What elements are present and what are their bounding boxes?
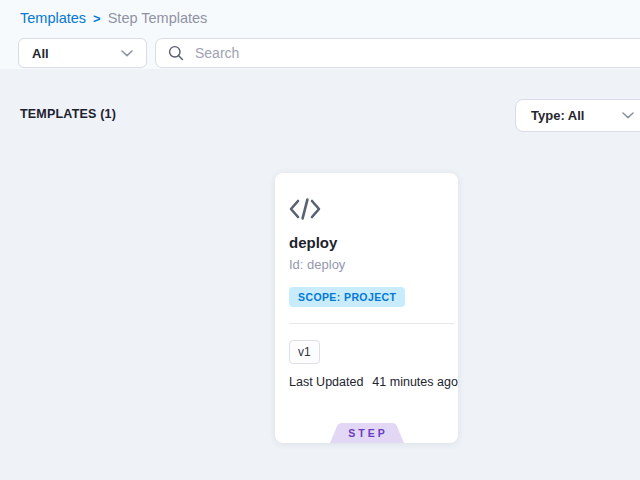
search-box[interactable] [155,38,640,68]
code-icon [289,198,321,220]
breadcrumb-separator-icon: > [93,11,101,26]
chevron-down-icon [121,50,133,57]
breadcrumb-link-templates[interactable]: Templates [20,10,86,26]
breadcrumb: Templates > Step Templates [20,10,207,26]
search-icon [168,45,184,61]
card-divider [289,323,454,324]
template-type-badge-label: STEP [330,427,404,439]
breadcrumb-current: Step Templates [108,10,208,26]
template-name: deploy [289,234,337,251]
template-id: Id: deploy [289,257,345,272]
scope-filter-dropdown[interactable]: All [18,38,147,68]
page-header: Templates > Step Templates All [0,0,640,69]
last-updated-row: Last Updated 41 minutes ago [289,375,458,389]
step-templates-page: Templates > Step Templates All TEMPLATES… [0,0,640,480]
last-updated-value: 41 minutes ago [372,375,457,389]
templates-count-heading: TEMPLATES (1) [20,107,116,121]
version-chip[interactable]: v1 [289,340,320,364]
last-updated-label: Last Updated [289,375,363,389]
scope-filter-value: All [32,46,49,61]
template-type-badge: STEP [330,423,404,443]
scope-badge: SCOPE: PROJECT [289,287,405,307]
search-input[interactable] [193,44,635,62]
chevron-down-icon [622,112,634,119]
type-filter-dropdown[interactable]: Type: All [515,99,640,132]
type-filter-value: Type: All [531,108,584,123]
template-card-deploy[interactable]: deploy Id: deploy SCOPE: PROJECT v1 Last… [275,173,458,443]
